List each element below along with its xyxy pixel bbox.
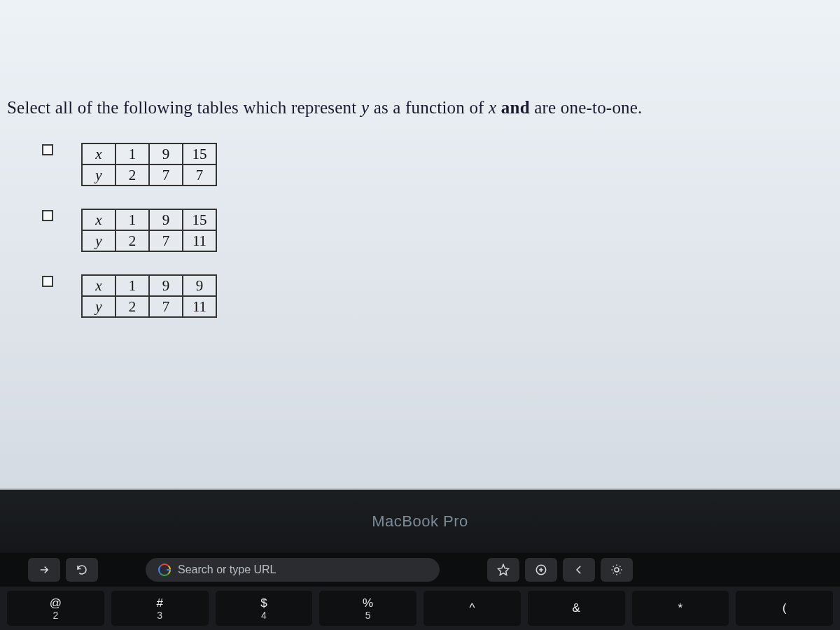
collapse-button[interactable] (563, 558, 595, 582)
webpage-screen: Select all of the following tables which… (0, 0, 840, 490)
cell: 1 (115, 275, 149, 296)
cell: 9 (149, 144, 183, 164)
row-label-x: x (82, 275, 115, 296)
checkbox-3[interactable] (42, 276, 53, 287)
q-var-x: x (489, 98, 496, 117)
checkbox-1[interactable] (42, 144, 53, 155)
favorite-button[interactable] (487, 558, 519, 582)
key-6[interactable]: ^ (424, 591, 521, 626)
chevron-left-icon (573, 564, 585, 576)
key-4[interactable]: $4 (216, 591, 313, 626)
search-bar[interactable]: Search or type URL (146, 558, 440, 582)
key-5[interactable]: %5 (319, 591, 416, 626)
table-2: x 1 9 15 y 2 7 11 (81, 209, 217, 252)
q-and: and (496, 98, 529, 117)
table-row: y 2 7 11 (82, 296, 216, 317)
cell: 7 (149, 164, 183, 186)
cell: 11 (183, 230, 216, 251)
key-2[interactable]: @2 (7, 591, 104, 626)
option-3: x 1 9 9 y 2 7 11 (0, 270, 840, 322)
svg-point-1 (615, 568, 619, 572)
key-3[interactable]: #3 (111, 591, 209, 626)
cell: 2 (115, 296, 149, 317)
arrow-right-icon (38, 564, 50, 576)
plus-circle-icon (535, 564, 547, 576)
table-row: x 1 9 9 (82, 275, 216, 296)
table-row: y 2 7 11 (82, 230, 216, 251)
key-8[interactable]: * (632, 591, 729, 626)
cell: 1 (115, 209, 149, 230)
key-9[interactable]: ( (736, 591, 833, 626)
keyboard-row: @2 #3 $4 %5 ^ & * ( (0, 587, 840, 630)
checkbox-2[interactable] (42, 210, 53, 221)
cell: 1 (115, 144, 149, 164)
row-label-y: y (82, 230, 115, 251)
cell: 2 (115, 230, 149, 251)
forward-button[interactable] (28, 558, 60, 582)
option-2: x 1 9 15 y 2 7 11 (0, 204, 840, 256)
option-1: x 1 9 15 y 2 7 7 (0, 139, 840, 190)
cell: 11 (183, 296, 216, 317)
reload-icon (76, 564, 88, 576)
cell: 9 (149, 209, 183, 230)
cell: 7 (183, 164, 216, 186)
q-var-y: y (361, 98, 369, 117)
row-label-x: x (82, 144, 115, 164)
key-7[interactable]: & (528, 591, 625, 626)
search-placeholder: Search or type URL (178, 564, 276, 576)
star-icon (497, 564, 510, 576)
table-row: x 1 9 15 (82, 209, 216, 230)
new-tab-button[interactable] (525, 558, 557, 582)
cell: 7 (149, 230, 183, 251)
brightness-button[interactable] (601, 558, 633, 582)
row-label-x: x (82, 209, 115, 230)
table-3: x 1 9 9 y 2 7 11 (81, 274, 217, 318)
q-mid1: as a function of (369, 98, 489, 117)
google-icon (158, 564, 171, 576)
row-label-y: y (82, 296, 115, 317)
cell: 2 (115, 164, 149, 186)
cell: 9 (149, 275, 183, 296)
q-prefix: Select all of the following tables which… (7, 98, 361, 117)
row-label-y: y (82, 164, 115, 186)
table-row: x 1 9 15 (82, 144, 216, 164)
device-label: MacBook Pro (372, 512, 468, 531)
reload-button[interactable] (66, 558, 98, 582)
brightness-icon (610, 564, 623, 576)
cell: 15 (183, 144, 216, 164)
cell: 9 (183, 275, 216, 296)
cell: 15 (183, 209, 216, 230)
question-text: Select all of the following tables which… (0, 98, 840, 139)
table-1: x 1 9 15 y 2 7 7 (81, 143, 217, 186)
table-row: y 2 7 7 (82, 164, 216, 186)
q-suffix: are one-to-one. (530, 98, 643, 117)
touchbar: Search or type URL (0, 553, 840, 587)
cell: 7 (149, 296, 183, 317)
laptop-bezel: MacBook Pro (0, 490, 840, 553)
